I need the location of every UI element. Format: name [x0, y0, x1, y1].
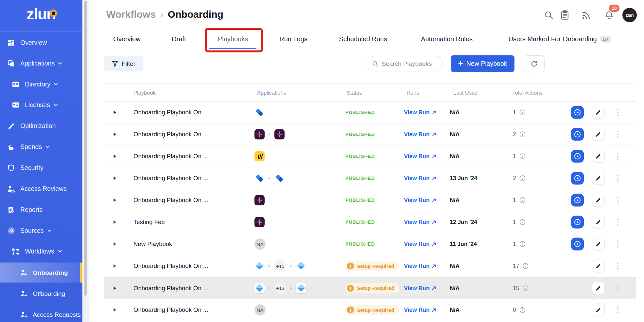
sidebar-item-workflows[interactable]: Workflows — [0, 242, 82, 261]
edit-playbook-button[interactable] — [592, 128, 605, 141]
new-playbook-button[interactable]: + New Playbook — [451, 55, 514, 72]
sidebar-item-sources[interactable]: Sources — [0, 221, 82, 240]
view-run-link[interactable]: View Run — [404, 197, 436, 204]
info-icon[interactable] — [519, 307, 526, 313]
search-icon[interactable] — [542, 8, 556, 22]
view-run-link[interactable]: View Run — [404, 241, 436, 248]
sidebar-item-access-reviews[interactable]: Access Reviews — [0, 180, 82, 198]
table-row[interactable]: New PlaybookNAPUBLISHEDView Run11 Jun '2… — [104, 233, 636, 255]
avatar[interactable]: zluri — [622, 8, 637, 22]
run-playbook-button[interactable] — [571, 128, 584, 141]
expand-row-button[interactable] — [111, 132, 118, 137]
table-row[interactable]: Onboarding Playbook On ...PUBLISHEDView … — [104, 189, 636, 211]
column-header-total-actions[interactable]: Total Actions — [512, 89, 543, 96]
edit-playbook-button[interactable] — [592, 260, 605, 273]
info-icon[interactable] — [519, 219, 526, 225]
more-options-button[interactable] — [615, 217, 620, 228]
info-icon[interactable] — [519, 153, 526, 160]
search-playbooks-input[interactable] — [382, 60, 437, 67]
sidebar-item-onboarding[interactable]: Onboarding — [0, 263, 82, 283]
tab-automation-rules[interactable]: Automation Rules — [421, 29, 473, 49]
expand-row-button[interactable] — [111, 242, 118, 246]
tab-users-marked-for-onboarding[interactable]: Users Marked For Onboarding57 — [509, 29, 612, 49]
expand-row-button[interactable] — [111, 176, 118, 180]
view-run-link[interactable]: View Run — [404, 263, 436, 270]
info-icon[interactable] — [519, 109, 526, 116]
sidebar-item-offboarding[interactable]: Offboarding — [0, 284, 82, 303]
more-options-button[interactable] — [615, 260, 620, 272]
sidebar-item-security[interactable]: Security — [0, 159, 82, 177]
more-apps-count[interactable]: +15 — [274, 260, 286, 272]
table-row[interactable]: Onboarding Playbook On ...PUBLISHEDView … — [104, 167, 636, 189]
expand-row-button[interactable] — [111, 110, 118, 115]
table-row[interactable]: Onboarding Playbook On ...NA!Setup Requi… — [104, 299, 636, 321]
more-options-button[interactable] — [615, 107, 620, 118]
sidebar-item-licenses[interactable]: Licenses — [0, 96, 82, 114]
expand-row-button[interactable] — [111, 220, 118, 224]
run-playbook-button[interactable] — [571, 238, 584, 251]
info-icon[interactable] — [519, 241, 526, 247]
info-icon[interactable] — [519, 197, 526, 203]
refresh-button[interactable] — [524, 55, 545, 72]
edit-playbook-button[interactable] — [592, 172, 605, 185]
sidebar-item-overview[interactable]: Overview — [0, 33, 82, 52]
edit-playbook-button[interactable] — [592, 304, 605, 316]
expand-row-button[interactable] — [111, 286, 118, 290]
edit-playbook-button[interactable] — [592, 150, 605, 163]
sidebar-item-spends[interactable]: Spends — [0, 138, 82, 156]
view-run-link[interactable]: View Run — [404, 219, 436, 226]
run-playbook-button[interactable] — [571, 172, 584, 185]
column-header-playbook[interactable]: Playbook — [133, 89, 156, 96]
edit-playbook-button[interactable] — [592, 238, 605, 251]
table-row[interactable]: Onboarding Playbook On ...PUBLISHEDView … — [104, 145, 636, 167]
tab-playbooks[interactable]: Playbooks — [218, 29, 248, 49]
column-header-last-used[interactable]: Last Used — [453, 89, 478, 96]
more-apps-count[interactable]: +13 — [274, 282, 286, 294]
run-playbook-button[interactable] — [571, 106, 584, 119]
view-run-link[interactable]: View Run — [404, 109, 436, 116]
edit-playbook-button[interactable] — [592, 216, 605, 229]
edit-playbook-button[interactable] — [592, 106, 605, 119]
edit-playbook-button[interactable] — [592, 282, 605, 294]
notifications-bell-icon[interactable]: 10 — [602, 8, 616, 22]
expand-row-button[interactable] — [111, 154, 118, 159]
run-playbook-button[interactable] — [571, 216, 584, 229]
table-row[interactable]: Onboarding Playbook On ...+15!Setup Requ… — [104, 255, 636, 277]
table-row[interactable]: Onboarding Playbook On ...+13!Setup Requ… — [104, 277, 636, 299]
more-options-button[interactable] — [615, 151, 620, 162]
view-run-link[interactable]: View Run — [404, 285, 436, 292]
view-run-link[interactable]: View Run — [404, 131, 436, 138]
sidebar-item-access-requests[interactable]: Access Requests — [0, 305, 82, 322]
more-options-button[interactable] — [615, 173, 620, 184]
info-icon[interactable] — [519, 131, 526, 138]
info-icon[interactable] — [522, 285, 529, 291]
filter-button[interactable]: Filter — [104, 56, 143, 71]
table-row[interactable]: Onboarding Playbook On ...PUBLISHEDView … — [104, 123, 636, 145]
tab-scheduled-runs[interactable]: Scheduled Runs — [339, 29, 387, 49]
sidebar-item-reports[interactable]: Reports — [0, 200, 82, 219]
sidebar-item-directory[interactable]: Directory — [0, 75, 82, 94]
breadcrumb-parent[interactable]: Workflows — [106, 9, 156, 20]
column-header-applications[interactable]: Applications — [257, 89, 286, 96]
sidebar-item-applications[interactable]: Applications — [0, 54, 82, 73]
tab-run-logs[interactable]: Run Logs — [279, 29, 307, 49]
scrollbar-thumb[interactable] — [84, 1, 87, 296]
expand-row-button[interactable] — [111, 198, 118, 202]
more-options-button[interactable] — [615, 195, 620, 206]
column-header-runs[interactable]: Runs — [407, 89, 419, 96]
more-options-button[interactable] — [615, 283, 620, 294]
expand-row-button[interactable] — [111, 308, 118, 312]
clipboard-icon[interactable] — [558, 8, 572, 22]
view-run-link[interactable]: View Run — [404, 175, 436, 182]
info-icon[interactable] — [522, 263, 529, 269]
view-run-link[interactable]: View Run — [404, 307, 436, 313]
more-options-button[interactable] — [615, 129, 620, 140]
view-run-link[interactable]: View Run — [404, 153, 436, 160]
table-row[interactable]: Onboarding Playbook On ...PUBLISHEDView … — [104, 102, 636, 123]
run-playbook-button[interactable] — [571, 150, 584, 163]
more-options-button[interactable] — [615, 304, 620, 315]
edit-playbook-button[interactable] — [592, 194, 605, 207]
expand-row-button[interactable] — [111, 264, 118, 268]
more-options-button[interactable] — [615, 238, 620, 250]
rss-signal-icon[interactable] — [579, 8, 594, 22]
